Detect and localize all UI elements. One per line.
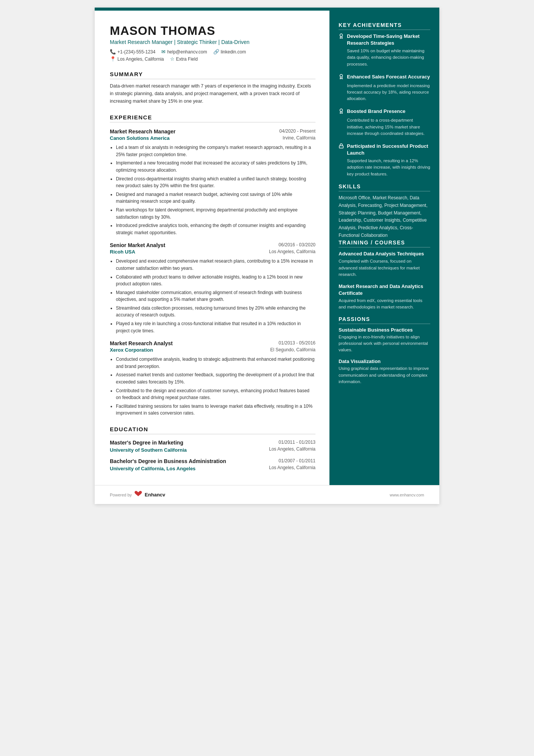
achievement-1-title: Developed Time-Saving Market Research St… [339, 33, 430, 46]
bullet-item: Facilitated training sessions for sales … [116, 403, 315, 417]
job-2-location: Los Angeles, California [269, 249, 315, 254]
training-1: Advanced Data Analysis Techniques Comple… [339, 250, 430, 278]
achievement-3: Boosted Brand Presence Contributed to a … [339, 108, 430, 137]
degree-2-dates: 01/2007 - 01/2011 [279, 458, 315, 463]
phone-item: 📞 +1-(234)-555-1234 [110, 49, 155, 55]
achievement-2-icon [339, 74, 344, 81]
svg-rect-3 [339, 146, 344, 148]
degree-2-header: Bachelor's Degree in Business Administra… [110, 458, 315, 464]
bullet-item: Conducted competitive analysis, leading … [116, 356, 315, 370]
star-icon: ☆ [170, 56, 175, 62]
achievement-3-icon [339, 108, 344, 116]
powered-by-label: Powered by [110, 493, 132, 497]
training-2-title: Market Research and Data Analytics Certi… [339, 283, 430, 296]
linkedin-icon: 🔗 [213, 49, 219, 55]
job-3-location: El Segundo, California [270, 347, 315, 352]
job-1-dates: 04/2020 - Present [279, 128, 315, 134]
job-3-bullets: Conducted competitive analysis, leading … [110, 356, 315, 417]
brand-name: Enhancv [145, 492, 165, 498]
job-1-company: Canon Solutions America [110, 135, 170, 141]
svg-point-1 [340, 74, 343, 77]
education-section: EDUCATION Master's Degree in Marketing 0… [110, 426, 315, 471]
degree-2: Bachelor's Degree in Business Administra… [110, 458, 315, 471]
job-3: Market Research Analyst 01/2013 - 05/201… [110, 340, 315, 417]
achievement-1-desc: Saved 10% on budget while maintaining da… [339, 48, 430, 67]
resume-wrapper: MASON THOMAS Market Research Manager | S… [95, 8, 439, 504]
passion-1-title: Sustainable Business Practices [339, 327, 430, 333]
achievement-2-desc: Implemented a predictive model increasin… [339, 83, 430, 102]
job-2-dates: 06/2016 - 03/2020 [279, 242, 315, 247]
linkedin-item[interactable]: 🔗 linkedin.com [213, 49, 246, 55]
achievement-1-icon [339, 33, 344, 41]
passion-1-desc: Engaging in eco-friendly initiatives to … [339, 334, 430, 354]
job-2-title: Senior Market Analyst [110, 242, 166, 248]
achievement-4: Participated in Successful Product Launc… [339, 143, 430, 177]
passions-title: PASSIONS [339, 316, 430, 324]
degree-1-school-row: University of Southern California Los An… [110, 446, 315, 453]
training-2: Market Research and Data Analytics Certi… [339, 283, 430, 311]
achievement-4-title: Participated in Successful Product Launc… [339, 143, 430, 156]
email-item: ✉ help@enhancv.com [161, 49, 207, 55]
bullet-item: Developed and executed comprehensive mar… [116, 258, 315, 272]
left-column: MASON THOMAS Market Research Manager | S… [95, 11, 329, 485]
svg-point-2 [340, 109, 343, 112]
header-section: MASON THOMAS Market Research Manager | S… [110, 24, 315, 62]
job-2-company-row: Ricoh USA Los Angeles, California [110, 249, 315, 255]
achievement-2-title: Enhanced Sales Forecast Accuracy [339, 74, 430, 81]
extra-field-item: ☆ Extra Field [170, 56, 198, 62]
footer-website: www.enhancv.com [390, 493, 424, 497]
candidate-tagline: Market Research Manager | Strategic Thin… [110, 39, 315, 45]
top-accent-bar [95, 8, 439, 11]
experience-title: EXPERIENCE [110, 114, 315, 122]
degree-1-location: Los Angeles, California [269, 446, 315, 452]
right-column: KEY ACHIEVEMENTS Developed Time-Saving M… [329, 11, 439, 485]
job-2-bullets: Developed and executed comprehensive mar… [110, 258, 315, 334]
skills-text: Microsoft Office, Market Research, Data … [339, 194, 430, 239]
degree-1-dates: 01/2011 - 01/2013 [279, 440, 315, 445]
bullet-item: Implemented a new forecasting model that… [116, 160, 315, 174]
job-3-header: Market Research Analyst 01/2013 - 05/201… [110, 340, 315, 346]
bullet-item: Assessed market trends and customer feed… [116, 371, 315, 385]
bullet-item: Ran workshops for talent development, im… [116, 207, 315, 221]
contact-row-1: 📞 +1-(234)-555-1234 ✉ help@enhancv.com 🔗… [110, 49, 315, 55]
location-icon: 📍 [110, 56, 116, 62]
degree-2-school-row: University of California, Los Angeles Lo… [110, 465, 315, 471]
job-3-company: Xerox Corporation [110, 347, 153, 353]
job-1-location: Irvine, California [283, 135, 315, 141]
achievement-1: Developed Time-Saving Market Research St… [339, 33, 430, 67]
bullet-item: Managed stakeholder communication, ensur… [116, 289, 315, 303]
job-3-title: Market Research Analyst [110, 340, 173, 346]
passions-section: PASSIONS Sustainable Business Practices … [339, 316, 430, 385]
bullet-item: Led a team of six analysts in redesignin… [116, 144, 315, 158]
svg-point-0 [340, 34, 343, 36]
bullet-item: Designed and managed a market research b… [116, 191, 315, 205]
job-3-company-row: Xerox Corporation El Segundo, California [110, 347, 315, 353]
degree-1-header: Master's Degree in Marketing 01/2011 - 0… [110, 440, 315, 446]
job-2: Senior Market Analyst 06/2016 - 03/2020 … [110, 242, 315, 334]
bullet-item: Introduced predictive analytics tools, e… [116, 222, 315, 236]
training-1-desc: Completed with Coursera, focused on adva… [339, 258, 430, 278]
passion-2-title: Data Visualization [339, 358, 430, 364]
job-1-header: Market Research Manager 04/2020 - Presen… [110, 128, 315, 135]
job-1: Market Research Manager 04/2020 - Presen… [110, 128, 315, 236]
contact-row-2: 📍 Los Angeles, California ☆ Extra Field [110, 56, 315, 62]
training-1-title: Advanced Data Analysis Techniques [339, 250, 430, 257]
degree-2-location: Los Angeles, California [269, 465, 315, 470]
bullet-item: Contributed to the design and execution … [116, 387, 315, 401]
degree-1: Master's Degree in Marketing 01/2011 - 0… [110, 440, 315, 453]
achievement-4-desc: Supported launch, resulting in a 12% ado… [339, 158, 430, 177]
skills-section: SKILLS Microsoft Office, Market Research… [339, 183, 430, 239]
training-section: TRAINING / COURSES Advanced Data Analysi… [339, 239, 430, 311]
degree-1-name: Master's Degree in Marketing [110, 440, 183, 446]
phone-icon: 📞 [110, 49, 116, 55]
job-2-header: Senior Market Analyst 06/2016 - 03/2020 [110, 242, 315, 248]
job-3-dates: 01/2013 - 05/2016 [279, 340, 315, 346]
passion-2: Data Visualization Using graphical data … [339, 358, 430, 385]
training-title: TRAINING / COURSES [339, 239, 430, 247]
summary-text: Data-driven market research manager with… [110, 82, 315, 105]
job-1-company-row: Canon Solutions America Irvine, Californ… [110, 135, 315, 141]
passion-2-desc: Using graphical data representation to i… [339, 365, 430, 385]
summary-title: SUMMARY [110, 71, 315, 79]
achievement-3-desc: Contributed to a cross-department initia… [339, 117, 430, 137]
job-2-company: Ricoh USA [110, 249, 135, 255]
